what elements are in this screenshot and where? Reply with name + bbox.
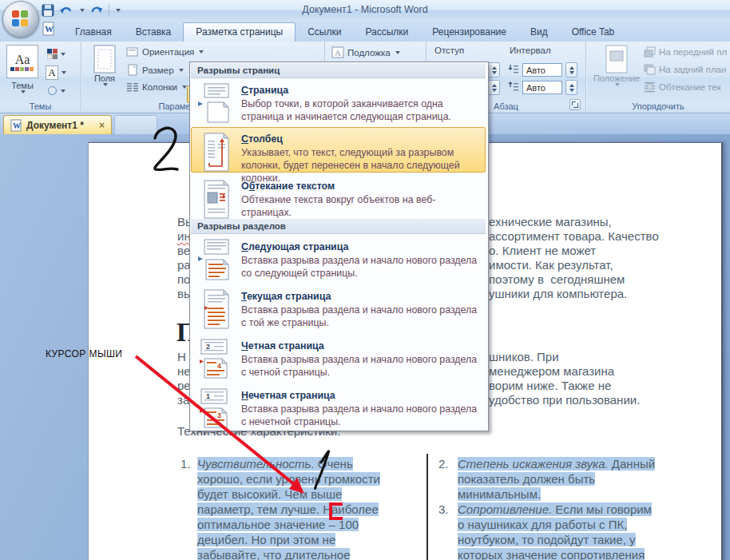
- paragraph-fragment: менеджером магазина: [489, 364, 614, 378]
- theme-fonts-caret-icon: [61, 71, 66, 74]
- watermark-label: Подложка: [347, 48, 391, 58]
- send-back-button[interactable]: На задний план: [644, 64, 726, 75]
- paragraph-fragment: о. Клиент не может: [489, 244, 596, 257]
- theme-fonts-button[interactable]: A: [45, 63, 67, 81]
- menu-item-title: Столбец: [241, 133, 485, 145]
- theme-effects-icon: [47, 85, 58, 96]
- text-wrapping-break-icon: [198, 178, 233, 218]
- close-tab-icon[interactable]: ×: [99, 120, 105, 131]
- redo-icon[interactable]: [89, 5, 104, 16]
- tab-insert[interactable]: Вставка: [124, 23, 184, 42]
- menu-item-even-page[interactable]: 24 Четная страница Вставка разрыва разде…: [192, 335, 485, 382]
- word-file-icon: W: [10, 119, 22, 132]
- group-themes: Aa Темы A Темы: [0, 42, 81, 112]
- menu-item-title: Нечетная страница: [241, 389, 481, 402]
- list-line: показатель должен быть: [458, 472, 595, 486]
- orientation-button[interactable]: Ориентация: [126, 46, 204, 58]
- undo-dropdown-icon[interactable]: [80, 9, 85, 12]
- tab-view[interactable]: Вид: [518, 23, 560, 42]
- watermark-button[interactable]: A Подложка: [331, 46, 400, 58]
- columns-button[interactable]: Колонки: [126, 81, 187, 93]
- group-arrange: Положение На передний пл На задний план …: [586, 42, 730, 112]
- list-line: Сопротивление. Если мы говорим: [458, 502, 652, 516]
- paragraph-fragment: Н: [177, 350, 186, 363]
- qat-more-icon[interactable]: [116, 9, 121, 12]
- indent-right-stepper[interactable]: [488, 80, 500, 95]
- svg-text:2: 2: [206, 343, 210, 351]
- themes-button[interactable]: Aa Темы: [5, 45, 40, 93]
- tab-page-layout[interactable]: Разметка страницы: [183, 22, 296, 42]
- theme-effects-caret-icon: [61, 89, 65, 93]
- menu-item-description: Вставка разрыва раздела и начало нового …: [241, 353, 481, 379]
- group-themes-label: Темы: [0, 101, 81, 111]
- text-wrap-button[interactable]: Обтекание тек: [644, 81, 721, 93]
- position-button[interactable]: Положение: [594, 45, 639, 86]
- spacing-after-stepper[interactable]: [565, 80, 577, 95]
- office-button[interactable]: [2, 1, 39, 38]
- spacing-after-field[interactable]: Авто: [522, 81, 562, 94]
- tab-office-tab[interactable]: Office Tab: [560, 23, 627, 42]
- theme-fonts-icon: A: [46, 66, 58, 80]
- paragraph-fragment: шников. При: [489, 350, 559, 363]
- spacing-after-icon: [508, 81, 519, 93]
- word-document-icon[interactable]: W: [42, 22, 55, 39]
- indent-left-stepper[interactable]: [488, 62, 500, 77]
- cursor-annotation-label: КУРСОР МЫШИ: [46, 348, 122, 359]
- orientation-icon: [126, 46, 139, 58]
- list-number: 2.: [438, 457, 449, 471]
- menu-item-title: Страница: [241, 84, 481, 97]
- menu-item-description: Выбор точки, в которой заканчивается одн…: [241, 97, 481, 123]
- paragraph-dialog-launcher[interactable]: [569, 99, 581, 110]
- menu-item-text-wrapping-break[interactable]: Обтекание текстом Обтекание текста вокру…: [192, 175, 485, 218]
- menu-item-continuous[interactable]: Текущая страница Вставка разрыва раздела…: [192, 285, 485, 332]
- list-line: параметр, тем лучше. Наиболее: [197, 502, 379, 516]
- document-tab[interactable]: W Документ1 * ×: [3, 115, 112, 134]
- margins-icon: [93, 45, 117, 73]
- svg-text:1: 1: [206, 392, 210, 400]
- column-divider: [426, 454, 428, 560]
- menu-item-odd-page[interactable]: 13 Нечетная страница Вставка разрыва раз…: [192, 384, 485, 428]
- odd-page-section-icon: 13: [198, 387, 233, 427]
- tab-references[interactable]: Ссылки: [296, 23, 353, 42]
- tab-home[interactable]: Главная: [63, 23, 124, 42]
- menu-item-column-break[interactable]: Столбец Указывает, что текст, следующий …: [191, 127, 486, 173]
- menu-item-title: Следующая страница: [241, 240, 481, 253]
- margins-caret-icon: [103, 83, 108, 86]
- theme-colors-caret-icon: [61, 53, 65, 56]
- new-tab[interactable]: [114, 115, 157, 134]
- theme-colors-button[interactable]: [45, 45, 67, 63]
- columns-caret-icon: [182, 85, 187, 89]
- menu-item-title: Четная страница: [241, 340, 481, 352]
- spacing-before-stepper[interactable]: [565, 62, 577, 77]
- list-line: о наушниках для работы с ПК,: [458, 518, 627, 531]
- list-line: Чувствительность. Очень: [197, 457, 353, 471]
- paragraph-fragment: за: [177, 393, 189, 407]
- menu-section-header: Разрывы разделов: [191, 219, 486, 234]
- size-label: Размер: [142, 66, 174, 75]
- bring-front-button[interactable]: На передний пл: [644, 46, 727, 58]
- save-icon[interactable]: [42, 4, 54, 17]
- watermark-caret-icon: [395, 51, 400, 54]
- menu-item-page-break[interactable]: Страница Выбор точки, в которой заканчив…: [192, 79, 485, 126]
- tab-review[interactable]: Рецензирование: [420, 23, 518, 42]
- themes-button-label: Темы: [11, 81, 34, 90]
- list-line: децибел. Но при этом не: [197, 533, 335, 546]
- menu-item-next-page[interactable]: Следующая страница Вставка разрыва разде…: [192, 236, 485, 283]
- size-button[interactable]: Размер: [126, 64, 184, 76]
- theme-effects-button[interactable]: [45, 81, 67, 100]
- position-icon: [605, 45, 629, 73]
- theme-colors-strip-icon: [10, 67, 34, 71]
- indent-label: Отступ: [434, 46, 464, 55]
- text-wrap-label: Обтекание тек: [659, 82, 721, 92]
- document-tab-label: Документ1 *: [26, 120, 84, 131]
- spacing-before-field[interactable]: Авто: [522, 63, 562, 77]
- tab-mailings[interactable]: Рассылки: [353, 23, 420, 42]
- word-window: Документ1 - Microsoft Word W Главная Вст…: [0, 0, 730, 560]
- undo-icon[interactable]: [59, 5, 73, 16]
- themes-caret-icon: [21, 90, 26, 93]
- columns-icon: [126, 81, 139, 93]
- paragraph-fragment: ушники для компьютера.: [489, 287, 627, 300]
- spacing-after-row: Авто: [508, 80, 577, 95]
- spacing-before-row: Авто: [508, 62, 577, 77]
- margins-button[interactable]: Поля: [88, 45, 121, 86]
